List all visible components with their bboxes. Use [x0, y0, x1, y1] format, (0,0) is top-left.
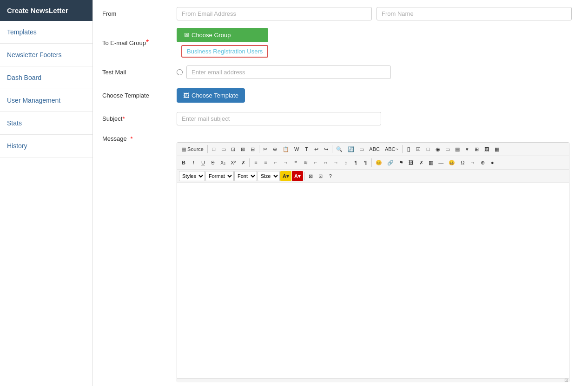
smiley-button[interactable]: 😊	[373, 157, 384, 168]
italic-button[interactable]: I	[189, 157, 198, 168]
extra-button[interactable]: ●	[488, 157, 497, 168]
table-button[interactable]: ▦	[426, 157, 436, 168]
insert-button[interactable]: ⊕	[478, 157, 487, 168]
test-mail-label: Test Mail	[102, 69, 177, 76]
subject-input[interactable]	[177, 112, 381, 125]
unorderedlist-button[interactable]: ≡	[261, 157, 270, 168]
tb-undo-btn[interactable]: ↩	[311, 144, 321, 154]
choose-template-row: Choose Template 🖼 Choose Template	[102, 86, 579, 104]
tb-selectall-btn[interactable]: ▭	[357, 144, 366, 154]
bidiltr-button[interactable]: ¶	[351, 157, 360, 168]
sidebar-item-stats[interactable]: Stats	[0, 112, 92, 135]
message-label: Message *	[102, 133, 177, 142]
emoticons-button[interactable]: 😀	[446, 157, 457, 168]
tb-scayt-btn[interactable]: []	[404, 144, 413, 154]
horizontalrule-button[interactable]: —	[436, 157, 446, 168]
tb-textarea-btn[interactable]: ▤	[453, 144, 462, 154]
sidebar-item-newsletter-footers[interactable]: Newsletter Footers	[0, 44, 92, 66]
tb-imagebutton-btn[interactable]: 🖼	[482, 144, 492, 154]
toolbar-sep6	[371, 158, 372, 167]
tb-preview-btn[interactable]: ▭	[219, 144, 228, 154]
help-button[interactable]: ?	[326, 171, 335, 181]
test-mail-radio[interactable]	[177, 69, 183, 75]
font-select[interactable]: Font	[234, 171, 257, 181]
link-button[interactable]: ⊡	[316, 171, 325, 181]
alignright-button[interactable]: →	[331, 157, 341, 168]
aligncenter-button[interactable]: ↔	[321, 157, 330, 168]
tb-redo-btn[interactable]: ↪	[321, 144, 330, 154]
choose-group-button[interactable]: ✉ Choose Group	[177, 28, 268, 42]
tb-cut-btn[interactable]: ✂	[261, 144, 270, 154]
flash-button[interactable]: ✗	[416, 157, 426, 168]
source-button[interactable]: ▤ Source	[179, 144, 206, 154]
toolbar-sep	[207, 145, 208, 153]
editor-area[interactable]	[177, 183, 569, 378]
subject-row: Subject*	[102, 110, 579, 127]
subscript-button[interactable]: X₂	[218, 157, 228, 168]
test-mail-row: Test Mail	[102, 63, 579, 81]
tb-checkbox-btn[interactable]: □	[423, 144, 433, 154]
specialchar2-button[interactable]: Ω	[458, 157, 467, 168]
blockquote-button[interactable]: ❝	[291, 157, 300, 168]
form-section: From To E-mail Group* ✉ Choose Group Bus…	[93, 0, 588, 386]
tb-pastefromword-btn[interactable]: W	[292, 144, 301, 154]
tb-hiddenfield-btn[interactable]: ▦	[492, 144, 502, 154]
toolbar-row-3: Styles Format Font Size A▾ A▾ ⊠ ⊡ ?	[177, 170, 569, 183]
tb-button-btn[interactable]: ⊞	[472, 144, 482, 154]
tb-print-btn[interactable]: ⊡	[229, 144, 238, 154]
tb-form-btn[interactable]: ☑	[414, 144, 423, 154]
to-email-group-row: To E-mail Group* ✉ Choose Group Business…	[102, 28, 579, 58]
sidebar-item-dash-board[interactable]: Dash Board	[0, 66, 92, 89]
superscript-button[interactable]: X²	[228, 157, 238, 168]
tb-paste-btn[interactable]: 📋	[280, 144, 291, 154]
sidebar-item-user-management[interactable]: User Management	[0, 89, 92, 112]
sidebar-item-history[interactable]: History	[0, 135, 92, 157]
specialchar-button[interactable]: 🔗	[385, 157, 396, 168]
pastespecial-button[interactable]: ⊠	[306, 171, 316, 181]
to-group-label: To E-mail Group*	[102, 39, 177, 47]
creatediv-button[interactable]: ≋	[301, 157, 310, 168]
editor-resize-handle[interactable]: ⊡	[177, 378, 569, 382]
outdent-button[interactable]: ←	[271, 157, 280, 168]
bidirtl-button[interactable]: ¶	[361, 157, 370, 168]
iframe-button[interactable]: →	[468, 157, 477, 168]
tb-newpage-btn[interactable]: □	[209, 144, 218, 154]
sidebar-item-templates[interactable]: Templates	[0, 21, 92, 44]
tb-copy-btn[interactable]: ⊕	[271, 144, 280, 154]
pagebreak-button[interactable]: ⚑	[396, 157, 406, 168]
tb-radio-btn[interactable]: ◉	[433, 144, 443, 154]
main-content: From To E-mail Group* ✉ Choose Group Bus…	[93, 0, 588, 386]
tb-spellcheck3-btn[interactable]: ABC~	[383, 144, 401, 154]
textcolor-button[interactable]: A▾	[280, 171, 291, 181]
tb-maximize-btn[interactable]: ⊟	[248, 144, 258, 154]
tb-find-btn[interactable]: 🔍	[334, 144, 345, 154]
toolbar-sep5	[249, 158, 250, 167]
toolbar-sep7	[304, 172, 305, 180]
toolbar-sep3	[332, 145, 332, 153]
bold-button[interactable]: B	[179, 157, 188, 168]
format-select[interactable]: Format	[205, 171, 234, 181]
bgcolor-button[interactable]: A▾	[292, 171, 303, 181]
indent-button[interactable]: →	[281, 157, 291, 168]
tb-textfield-btn[interactable]: ▭	[443, 144, 452, 154]
orderedlist-button[interactable]: ≡	[251, 157, 260, 168]
tb-pasteastext-btn[interactable]: T	[302, 144, 311, 154]
underline-button[interactable]: U	[198, 157, 208, 168]
image-button[interactable]: 🖼	[406, 157, 416, 168]
from-row: From	[102, 5, 579, 22]
alignleft-button[interactable]: ←	[311, 157, 320, 168]
alignjustify-button[interactable]: ↕	[341, 157, 350, 168]
strikethrough-button[interactable]: S	[208, 157, 218, 168]
size-select[interactable]: Size	[258, 171, 280, 181]
from-name-input[interactable]	[377, 7, 572, 20]
removeformat-button[interactable]: ✗	[238, 157, 248, 168]
tb-select-btn[interactable]: ▾	[462, 144, 472, 154]
tb-replace-btn[interactable]: 🔄	[345, 144, 357, 154]
from-email-input[interactable]	[177, 7, 372, 20]
test-mail-input[interactable]	[186, 65, 391, 79]
tb-spellcheck2-btn[interactable]: ABC	[367, 144, 382, 154]
tb-spellcheck-btn[interactable]: ⊠	[238, 144, 248, 154]
styles-select[interactable]: Styles	[179, 171, 205, 181]
choose-template-button[interactable]: 🖼 Choose Template	[177, 88, 245, 103]
sidebar-title: Create NewsLetter	[0, 0, 92, 21]
